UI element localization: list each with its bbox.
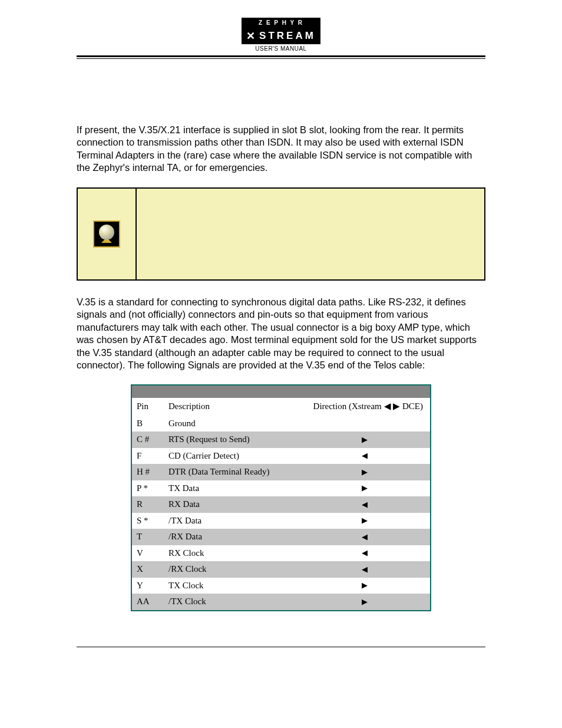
cell-dir: [299, 416, 431, 432]
footer-rule: [77, 647, 485, 647]
note-icon-cell: [78, 189, 137, 279]
cell-desc: /TX Data: [164, 513, 299, 529]
table-row: YTX Clock▶: [131, 578, 431, 594]
cell-desc: TX Data: [164, 480, 299, 497]
note-box: [77, 187, 485, 281]
cell-pin: H #: [131, 464, 164, 480]
logo-bottom-word: ✕ STREAM: [242, 28, 320, 44]
table-row: FCD (Carrier Detect)◀: [131, 448, 431, 465]
logo-stream-text: STREAM: [259, 30, 316, 42]
table-row: S */TX Data▶: [131, 513, 431, 529]
table-row: BGround: [131, 416, 431, 432]
cell-desc: RX Clock: [164, 545, 299, 562]
zephyr-xstream-logo: Z E P H Y R ✕ STREAM: [242, 18, 320, 44]
cell-dir: ▶: [299, 464, 431, 480]
table-row: T/RX Data◀: [131, 529, 431, 545]
cell-dir: ◀: [299, 448, 431, 465]
cell-desc: DTR (Data Terminal Ready): [164, 464, 299, 480]
cell-pin: C #: [131, 431, 164, 448]
cell-desc: TX Clock: [164, 578, 299, 594]
cell-pin: AA: [131, 594, 164, 611]
table-row: P *TX Data▶: [131, 480, 431, 497]
table-row: RRX Data◀: [131, 496, 431, 513]
cell-pin: X: [131, 561, 164, 578]
cell-pin: S *: [131, 513, 164, 529]
header-rule-thick: [77, 55, 485, 57]
v35-pin-table: Pin Description Direction (Xstream ◀ ▶ D…: [131, 384, 431, 611]
cell-dir: ▶: [299, 480, 431, 497]
col-header-dir: Direction (Xstream ◀ ▶ DCE): [299, 398, 431, 416]
page-header: Z E P H Y R ✕ STREAM USER'S MANUAL: [0, 18, 562, 55]
cell-desc: /RX Clock: [164, 561, 299, 578]
x-icon: ✕: [246, 29, 257, 42]
table-row: C #RTS (Request to Send)▶: [131, 431, 431, 448]
table-header-bar: [131, 385, 431, 398]
cell-dir: ◀: [299, 529, 431, 545]
logo-subtitle: USER'S MANUAL: [0, 45, 562, 52]
table-row: AA/TX Clock▶: [131, 594, 431, 611]
cell-desc: Ground: [164, 416, 299, 432]
col-header-pin: Pin: [131, 398, 164, 416]
cell-dir: ◀: [299, 496, 431, 513]
cell-desc: RX Data: [164, 496, 299, 513]
paragraph-2: V.35 is a standard for connecting to syn…: [77, 296, 485, 372]
cell-pin: P *: [131, 480, 164, 497]
cell-dir: ▶: [299, 431, 431, 448]
logo-top-letters: Z E P H Y R: [242, 18, 320, 28]
cell-dir: ▶: [299, 513, 431, 529]
table-row: VRX Clock◀: [131, 545, 431, 562]
cell-dir: ◀: [299, 545, 431, 562]
cell-dir: ▶: [299, 578, 431, 594]
crystal-ball-icon: [93, 220, 120, 248]
cell-desc: RTS (Request to Send): [164, 431, 299, 448]
cell-desc: /TX Clock: [164, 594, 299, 611]
cell-pin: B: [131, 416, 164, 432]
cell-dir: ◀: [299, 561, 431, 578]
table-column-headers: Pin Description Direction (Xstream ◀ ▶ D…: [131, 398, 431, 416]
cell-pin: R: [131, 496, 164, 513]
table-row: X/RX Clock◀: [131, 561, 431, 578]
table-row: H #DTR (Data Terminal Ready)▶: [131, 464, 431, 480]
cell-pin: Y: [131, 578, 164, 594]
page: Z E P H Y R ✕ STREAM USER'S MANUAL If pr…: [0, 0, 562, 728]
page-content: If present, the V.35/X.21 interface is s…: [0, 59, 562, 611]
cell-pin: V: [131, 545, 164, 562]
cell-desc: /RX Data: [164, 529, 299, 545]
pin-table-wrap: Pin Description Direction (Xstream ◀ ▶ D…: [77, 384, 485, 611]
cell-pin: F: [131, 448, 164, 465]
col-header-desc: Description: [164, 398, 299, 416]
cell-pin: T: [131, 529, 164, 545]
paragraph-1: If present, the V.35/X.21 interface is s…: [77, 124, 485, 174]
note-text-cell: [137, 189, 484, 279]
cell-dir: ▶: [299, 594, 431, 611]
cell-desc: CD (Carrier Detect): [164, 448, 299, 465]
